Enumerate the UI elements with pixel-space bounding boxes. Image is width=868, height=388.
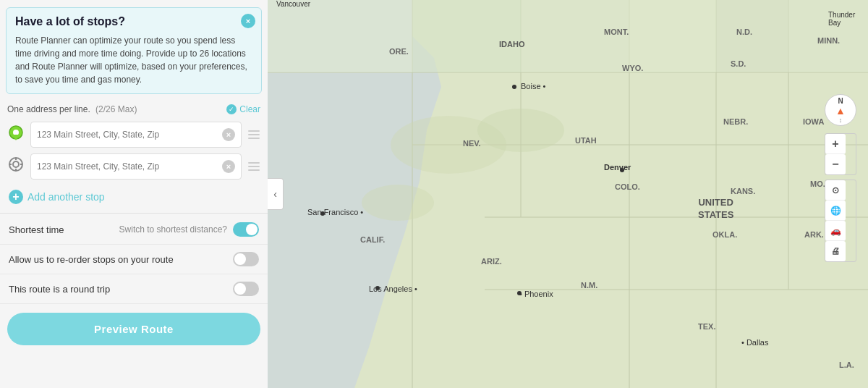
svg-rect-24	[716, 0, 788, 72]
address-meta-label: One address per line. (2/26 Max)	[7, 104, 137, 114]
map-extra-controls: ⊙ 🌐 🚗 🖨	[825, 180, 856, 262]
toggle-knob	[234, 283, 246, 295]
drag-line	[248, 166, 260, 167]
address-meta: One address per line. (2/26 Max) ✓ Clear	[0, 100, 268, 119]
toggle-knob	[234, 253, 246, 265]
reorder-stops-row: Allow us to re-order stops on your route	[0, 245, 268, 274]
map-background	[268, 0, 868, 388]
compass-n-label: N	[838, 97, 843, 105]
svg-rect-23	[629, 0, 716, 72]
svg-point-4	[13, 161, 19, 167]
info-box: Have a lot of stops? Route Planner can o…	[6, 7, 262, 94]
svg-point-31	[375, 286, 380, 290]
stop-2-clear-button[interactable]: ×	[222, 160, 235, 173]
round-trip-row: This route is a round trip	[0, 274, 268, 304]
stop-2-drag-handle[interactable]	[246, 159, 262, 174]
stop-2-input[interactable]	[37, 161, 222, 172]
clear-icon: ✓	[226, 104, 237, 114]
left-panel: Have a lot of stops? Route Planner can o…	[0, 0, 268, 388]
shortest-time-toggle[interactable]	[233, 222, 259, 237]
add-stop-plus-icon: +	[9, 190, 23, 204]
stop-2-input-wrapper: ×	[30, 153, 242, 180]
svg-rect-21	[412, 0, 521, 72]
drag-line	[248, 162, 260, 164]
info-box-body: Route Planner can optimize your route so…	[15, 34, 252, 86]
map-area[interactable]: ‹	[268, 0, 868, 388]
shortest-time-right: Switch to shortest distance?	[119, 222, 259, 237]
destination-pin-icon	[6, 156, 26, 177]
compass-s-label: ↕	[839, 117, 843, 124]
reorder-stops-label: Allow us to re-order stops on your route	[9, 254, 174, 265]
svg-point-32	[517, 291, 522, 295]
compass-widget[interactable]: N ▲ ↕	[825, 94, 856, 126]
info-box-title: Have a lot of stops?	[15, 15, 252, 28]
svg-point-33	[512, 85, 516, 89]
svg-point-30	[320, 211, 325, 216]
stop-row-1: ×	[6, 122, 262, 148]
svg-rect-25	[788, 0, 868, 72]
clear-button[interactable]: ✓ Clear	[226, 104, 260, 114]
chevron-left-icon: ‹	[273, 188, 277, 200]
svg-point-1	[13, 130, 19, 135]
stop-1-drag-handle[interactable]	[246, 127, 262, 143]
stop-row-2: ×	[6, 153, 262, 180]
add-stop-label: Add another stop	[27, 191, 105, 203]
info-box-close-button[interactable]: ×	[241, 14, 255, 28]
drag-line	[248, 138, 260, 139]
stop-1-input-wrapper: ×	[30, 122, 242, 148]
shortest-time-sub: Switch to shortest distance?	[119, 224, 227, 235]
add-stop-button[interactable]: + Add another stop	[0, 182, 268, 211]
zoom-in-button[interactable]: +	[825, 134, 846, 154]
svg-point-27	[477, 109, 564, 152]
stop-1-input[interactable]	[37, 130, 222, 140]
map-controls: N ▲ ↕ + − ⊙ 🌐 🚗 🖨	[825, 94, 856, 262]
print-button[interactable]: 🖨	[825, 241, 846, 261]
collapse-panel-button[interactable]: ‹	[268, 178, 284, 210]
zoom-out-button[interactable]: −	[825, 154, 846, 174]
drag-line	[248, 134, 260, 135]
drag-line	[248, 130, 260, 132]
shortest-time-row: Shortest time Switch to shortest distanc…	[0, 215, 268, 245]
zoom-controls: + −	[825, 133, 856, 175]
svg-rect-22	[521, 0, 629, 72]
toggle-knob	[246, 224, 258, 235]
shortest-time-label: Shortest time	[9, 224, 64, 235]
stop-1-clear-button[interactable]: ×	[222, 128, 235, 141]
origin-pin-icon	[6, 125, 26, 145]
divider-1	[0, 213, 268, 214]
svg-point-29	[620, 168, 624, 172]
round-trip-label: This route is a round trip	[9, 284, 110, 295]
compass-arrow-icon: ▲	[835, 105, 846, 117]
svg-rect-20	[268, 0, 412, 72]
drag-line	[248, 169, 260, 171]
globe-button[interactable]: 🌐	[825, 201, 846, 221]
reorder-stops-toggle[interactable]	[233, 252, 259, 266]
round-trip-toggle[interactable]	[233, 282, 259, 296]
svg-point-28	[362, 185, 434, 221]
preview-route-button[interactable]: Preview Route	[7, 313, 260, 345]
location-button[interactable]: ⊙	[825, 180, 846, 201]
layers-button[interactable]: 🚗	[825, 221, 846, 241]
